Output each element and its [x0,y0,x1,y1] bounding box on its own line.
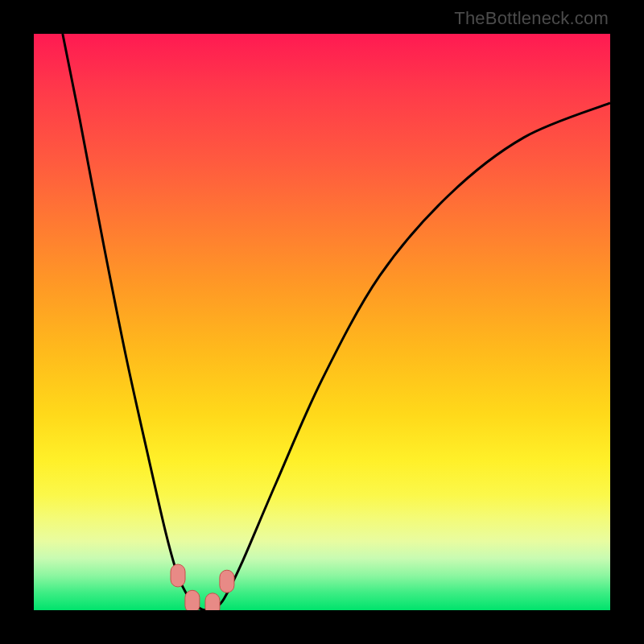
chart-overlay [34,34,610,610]
marker-left [171,564,185,587]
plot-area [34,34,610,610]
bottleneck-curve [63,34,610,610]
marker-bottom-left [185,590,200,610]
chart-frame: TheBottleneck.com [0,0,644,644]
marker-right [220,570,234,592]
marker-bottom-right [205,593,220,610]
attribution-text: TheBottleneck.com [454,8,609,29]
